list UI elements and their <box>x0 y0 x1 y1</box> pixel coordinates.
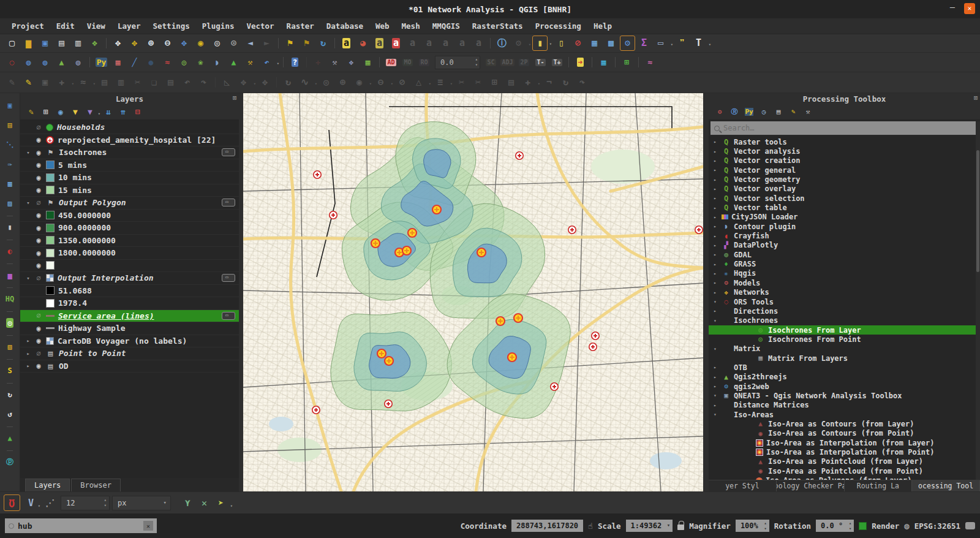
alg-ors-tools[interactable]: ORS Tools <box>709 297 980 306</box>
adjacent-button[interactable]: ADJ <box>500 55 515 70</box>
alg-cityjson[interactable]: CityJSON Loader <box>709 213 980 222</box>
processing-toolbox-icon[interactable]: ⚙ ▾ <box>620 36 635 51</box>
visibility-eye-icon[interactable] <box>32 236 45 244</box>
alg-vector-geometry[interactable]: Vector geometry <box>709 175 980 184</box>
run-feature-action-icon[interactable]: ⚙ ▾ <box>511 36 526 51</box>
alg-distance-matrices[interactable]: Distance Matrices <box>709 401 980 410</box>
advanced-digitizing-button[interactable]: AD <box>383 55 399 70</box>
expander-icon[interactable] <box>24 275 32 281</box>
options-wrench-icon[interactable]: ⚒ <box>801 105 815 119</box>
menu-plugins[interactable]: Plugins <box>197 20 240 32</box>
add-delimited-text-icon[interactable]: ⋱ <box>2 137 18 153</box>
statistical-summary-icon[interactable]: ▩ ▾ <box>603 36 619 51</box>
models-menu-icon[interactable]: ⚙ <box>713 105 726 119</box>
edit-widget-badge[interactable] <box>222 274 235 282</box>
tab-browser[interactable]: Browser <box>71 479 121 491</box>
mmqgis-grid-icon[interactable]: ▦ ▾ <box>110 55 126 70</box>
layer-1978[interactable]: 1978.4 <box>20 297 239 310</box>
processing-search-icon[interactable]: ◎ ▾ <box>176 55 192 70</box>
expander-icon[interactable] <box>714 308 722 314</box>
visibility-eye-icon[interactable] <box>32 224 45 232</box>
add-wms-layer-icon[interactable]: ▦ <box>2 176 18 192</box>
zoom-in-icon[interactable]: ⊕ ▾ <box>143 36 159 51</box>
snapping-unit-combo[interactable]: px <box>112 496 171 510</box>
alg-matrix[interactable]: Matrix <box>709 344 980 354</box>
paste-features-icon[interactable]: ▤ ▾ <box>163 75 178 90</box>
visibility-eye-icon[interactable] <box>32 161 45 169</box>
locator-input[interactable] <box>18 521 140 531</box>
snapping-intersection-icon[interactable]: ✕ ▾ <box>196 494 213 511</box>
snapping-trace-icon[interactable]: ➤ ▾ <box>213 494 229 511</box>
layer-highway-sample[interactable]: Highway Sample <box>20 322 239 335</box>
add-table-icon[interactable]: ⊞ ▾ <box>619 55 635 70</box>
copy-features-icon[interactable]: ❏ ▾ <box>146 75 162 90</box>
alg-models[interactable]: Models <box>709 278 980 287</box>
alg-hqgis[interactable]: Hqgis <box>709 269 980 278</box>
expander-icon[interactable] <box>714 374 722 380</box>
cut-features-icon[interactable]: ✂ ▾ <box>130 75 145 90</box>
expander-icon[interactable] <box>24 363 32 369</box>
menu-rasterstats[interactable]: RasterStats <box>467 20 529 32</box>
current-edits-icon[interactable]: ✎ ▾ <box>4 75 20 90</box>
alg-qneat3[interactable]: QNEAT3 - Qgis Network Analysis Toolbox <box>709 391 980 400</box>
alg-isochrones-from-layer[interactable]: Isochrones From Layer <box>709 325 980 335</box>
alg-gdal[interactable]: GDAL <box>709 250 980 259</box>
alg-vector-overlay[interactable]: Vector overlay <box>709 184 980 194</box>
add-vector-tile-icon[interactable]: ▨ <box>2 195 18 211</box>
alg-matrix-from-layers[interactable]: Matrix From Layers <box>709 354 980 363</box>
close-button[interactable]: ✕ <box>964 3 975 14</box>
rotate-feature-icon[interactable]: ↻ ▾ <box>281 75 296 90</box>
zoom-full-icon[interactable]: ✥ ▾ <box>176 36 192 51</box>
panel-splitter-right[interactable] <box>703 93 709 491</box>
digitize-with-segment-icon[interactable]: ✚ ▾ <box>54 75 69 90</box>
coordinate-value[interactable]: 288743,1617820 <box>511 520 583 532</box>
clear-search-icon[interactable]: ✕ <box>143 521 153 531</box>
open-attribute-table-icon[interactable]: ▦ ▾ <box>587 36 602 51</box>
highlight-pinned-labels-icon[interactable]: a ▾ <box>388 36 404 51</box>
layer-diagram-icon[interactable]: ◕ ▾ <box>355 36 371 51</box>
undo-redo-icon[interactable]: ↶ ▾ <box>259 55 274 70</box>
expander-icon[interactable] <box>714 290 722 295</box>
sld-export-icon[interactable]: ▦ ▾ <box>596 55 611 70</box>
show-bookmarks-icon[interactable]: ⚑ ▾ <box>299 36 314 51</box>
visibility-eye-icon[interactable] <box>32 261 45 270</box>
s-plugin-icon[interactable]: S <box>2 363 18 379</box>
two-point-button[interactable]: 2P <box>516 55 532 70</box>
visibility-eye-icon[interactable] <box>32 173 45 182</box>
edit-widget-badge[interactable] <box>222 148 235 156</box>
measure-line-icon[interactable]: ▭ ▾ <box>653 36 668 51</box>
open-layer-styling-icon[interactable]: ✎ ▾ <box>24 105 38 119</box>
edit-widget-badge[interactable] <box>222 312 235 320</box>
menu-vector[interactable]: Vector <box>241 20 279 32</box>
measure-angle-icon[interactable]: ◺ ▾ <box>219 75 235 90</box>
delete-ring-icon[interactable]: ⊖ ▾ <box>373 75 388 90</box>
group-output-interpolation[interactable]: Output Interpolation <box>20 272 239 285</box>
ors-tools-icon[interactable]: ➜ ▾ <box>573 55 588 70</box>
alg-isoarea-pointcloud-layer[interactable]: Iso-Area as Pointcloud (from Layer) <box>709 457 980 466</box>
layer-blank-swatch[interactable] <box>20 260 239 273</box>
layer-households[interactable]: Households <box>20 121 239 134</box>
toolbox-close-icon[interactable]: ⊠ <box>974 94 978 101</box>
alg-contour[interactable]: Contour plugin <box>709 222 980 231</box>
menu-edit[interactable]: Edit <box>51 20 80 32</box>
cad-point-capture-icon[interactable]: ✛ ▾ <box>311 55 326 70</box>
menu-settings[interactable]: Settings <box>148 20 195 32</box>
expander-icon[interactable] <box>714 280 722 286</box>
layer-15mins[interactable]: 15 mins <box>20 184 239 197</box>
show-statistics-icon[interactable]: Σ ▾ <box>636 36 652 51</box>
alg-grass[interactable]: GRASS <box>709 259 980 268</box>
expander-icon[interactable] <box>714 158 722 164</box>
group-od[interactable]: OD <box>20 360 239 373</box>
alg-isoarea-contours-point[interactable]: Iso-Area as Contours (from Point) <box>709 429 980 438</box>
expander-icon[interactable] <box>24 150 32 156</box>
layer-5mins[interactable]: 5 mins <box>20 159 239 172</box>
merge-features-icon[interactable]: ⊞ ▾ <box>487 75 502 90</box>
new-print-layout-icon[interactable]: ▤ ▾ <box>54 36 69 51</box>
visibility-eye-icon[interactable] <box>32 336 45 345</box>
profile-chart-icon[interactable]: ≈ ▾ <box>643 55 658 70</box>
tab-processing-toolbox[interactable]: ocessing Tool <box>912 480 980 491</box>
cad-distance-spinbox[interactable]: 0.0 <box>435 56 480 69</box>
cad-construction-icon[interactable]: ⚒ ▾ <box>327 55 342 70</box>
text-bigger-button[interactable]: T+ <box>549 55 565 70</box>
results-viewer-icon[interactable]: ▤ <box>772 105 785 119</box>
